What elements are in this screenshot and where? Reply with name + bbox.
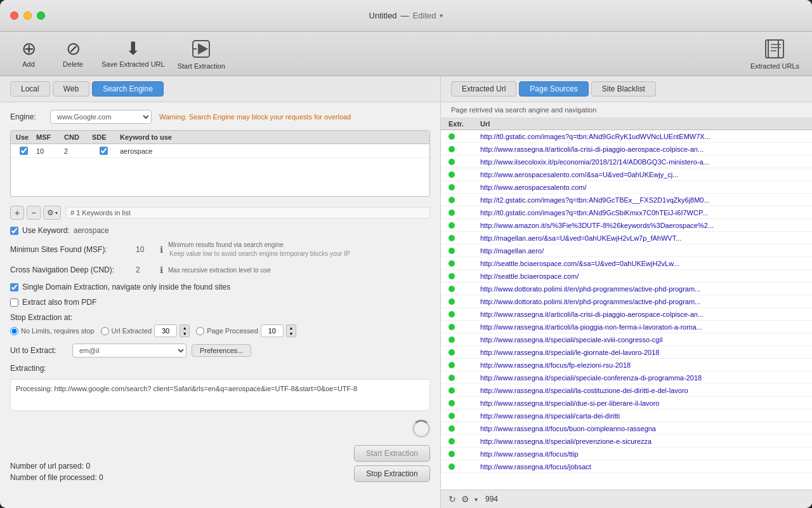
- sde-cell: [89, 147, 117, 155]
- status-dot: [449, 362, 455, 368]
- url-list-row[interactable]: http://www.rassegna.it/speciali/le-giorn…: [441, 346, 812, 359]
- page-processed-input[interactable]: [261, 324, 284, 337]
- url-list-row[interactable]: http://www.dottorato.polimi.it/en/phd-pr…: [441, 283, 812, 295]
- page-processed-stepper[interactable]: ▲ ▼: [286, 324, 296, 337]
- url-list-row[interactable]: http://www.rassegna.it/speciali/speciale…: [441, 371, 812, 384]
- settings-icon[interactable]: ⚙: [461, 494, 469, 504]
- no-limits-radio[interactable]: [10, 327, 18, 335]
- page-processed-down[interactable]: ▼: [287, 331, 296, 337]
- url-list-row[interactable]: http://www.aerospacesalento.com/: [441, 181, 812, 194]
- engine-label: Engine:: [10, 112, 45, 121]
- url-list-row[interactable]: http://www.rassegna.it/articoli/la-crisi…: [441, 308, 812, 321]
- url-text: http://t0.gstatic.com/images?q=tbn:ANd9G…: [480, 133, 804, 140]
- keyword-settings-button[interactable]: ⚙ ▾: [43, 206, 61, 220]
- url-extracted-option: Url Extracted ▲ ▼: [101, 324, 190, 337]
- close-button[interactable]: [10, 11, 18, 20]
- stats-buttons-area: Number of url parsed: 0 Number of file p…: [10, 420, 430, 482]
- url-extracted-input[interactable]: [154, 324, 177, 337]
- cnd-label: Cross Navigation Deep (CND):: [10, 265, 131, 274]
- extract-pdf-label: Extract also from PDF: [22, 298, 96, 307]
- engine-row: Engine: www.Google.com Warning: Search E…: [10, 110, 430, 124]
- save-extracted-url-button[interactable]: ⬇ Save Extracted URL: [102, 40, 165, 68]
- remove-keyword-button[interactable]: −: [27, 206, 41, 220]
- extract-pdf-checkbox[interactable]: [10, 298, 18, 307]
- url-list-row[interactable]: http://www.rassegna.it/focus/fp-elezioni…: [441, 359, 812, 371]
- maximize-button[interactable]: [37, 11, 45, 20]
- url-list-row[interactable]: http://t2.gstatic.com/images?q=tbn:ANd9G…: [441, 194, 812, 206]
- stop-extraction-action-button[interactable]: Stop Extraction: [354, 465, 430, 482]
- url-list-row[interactable]: http://magellan.aero/&sa=U&ved=0ahUKEwjH…: [441, 232, 812, 244]
- url-text: http://www.rassegna.it/articoli/la-crisi…: [480, 311, 804, 318]
- url-to-extract-label: Url to Extract:: [10, 346, 67, 355]
- url-list-row[interactable]: http://www.rassegna.it/speciali/speciale…: [441, 333, 812, 346]
- tab-extracted-url[interactable]: Extracted Url: [451, 81, 516, 97]
- url-list-row[interactable]: http://www.rassegna.it/focus/ttip: [441, 448, 812, 460]
- url-list-row[interactable]: http://magellan.aero/: [441, 244, 812, 257]
- url-list-row[interactable]: http://www.rassegna.it/articoli/la-crisi…: [441, 143, 812, 156]
- minimize-button[interactable]: [23, 11, 32, 20]
- tab-local[interactable]: Local: [10, 81, 50, 97]
- use-keyword-checkbox[interactable]: [10, 227, 18, 235]
- url-list-row[interactable]: http://t0.gstatic.com/images?q=tbn:ANd9G…: [441, 130, 812, 143]
- url-extracted-stepper[interactable]: ▲ ▼: [180, 324, 190, 337]
- status-dot: [449, 171, 455, 178]
- tab-page-sources[interactable]: Page Sources: [519, 81, 588, 97]
- url-to-extract-select[interactable]: em@il: [72, 344, 187, 358]
- traffic-lights: [10, 11, 45, 20]
- url-text: http://t2.gstatic.com/images?q=tbn:ANd9G…: [480, 196, 804, 204]
- delete-label: Delete: [63, 60, 83, 68]
- keywords-toolbar: + − ⚙ ▾ # 1 Keywords in list: [10, 206, 430, 220]
- url-text: http://www.aerospacesalento.com/&sa=U&ve…: [480, 171, 804, 178]
- use-cell: [13, 147, 34, 155]
- sde-checkbox[interactable]: [100, 147, 108, 155]
- url-list-row[interactable]: http://www.rassegna.it/focus/buon-comple…: [441, 422, 812, 435]
- add-keyword-button[interactable]: +: [10, 206, 24, 220]
- msf-info-wrapper: Minimum results found via search engine …: [168, 241, 350, 257]
- url-status: [449, 413, 480, 419]
- extracting-row: Extracting:: [10, 364, 430, 373]
- page-processed-radio[interactable]: [196, 327, 204, 335]
- url-list-row[interactable]: http://www.rassegna.it/speciali/prevenzi…: [441, 435, 812, 448]
- tab-search-engine[interactable]: Search Engine: [92, 81, 164, 97]
- start-extraction-action-button[interactable]: Start Extraction: [354, 445, 430, 462]
- url-extracted-up[interactable]: ▲: [180, 325, 189, 331]
- url-list-row[interactable]: http://www.rassegna.it/speciali/due-si-p…: [441, 397, 812, 410]
- tab-web[interactable]: Web: [53, 81, 89, 97]
- url-extracted-down[interactable]: ▼: [180, 331, 189, 337]
- msf-value: 10: [136, 245, 155, 254]
- preferences-button[interactable]: Preferences...: [192, 344, 251, 357]
- use-checkbox[interactable]: [20, 147, 28, 155]
- url-list-row[interactable]: http://www.amazon.it/s/%3Fie%3DUTF-8%26k…: [441, 219, 812, 232]
- file-processed-stat: Number of file processed: 0: [10, 473, 354, 482]
- url-list-row[interactable]: http://seattle.bciaerospace.com/&sa=U&ve…: [441, 257, 812, 270]
- url-text: http://seattle.bciaerospace.com/&sa=U&ve…: [480, 260, 804, 267]
- url-text: http://seattle.bciaerospace.com/: [480, 272, 804, 280]
- url-list-row[interactable]: http://t0.gstatic.com/images?q=tbn:ANd9G…: [441, 206, 812, 219]
- status-dot: [449, 210, 455, 216]
- engine-select[interactable]: www.Google.com: [50, 110, 152, 124]
- tab-site-blacklist[interactable]: Site Blacklist: [591, 81, 656, 97]
- right-table-body[interactable]: http://t0.gstatic.com/images?q=tbn:ANd9G…: [441, 130, 812, 490]
- start-extraction-button[interactable]: Start Extraction: [178, 38, 225, 70]
- url-list-row[interactable]: http://www.aerospacesalento.com/&sa=U&ve…: [441, 168, 812, 181]
- delete-button[interactable]: ⊘ Delete: [57, 40, 89, 68]
- cnd-info-icon[interactable]: ℹ: [160, 265, 163, 275]
- msf-info-icon[interactable]: ℹ: [160, 244, 163, 255]
- url-list-row[interactable]: http://www.dottorato.polimi.it/en/phd-pr…: [441, 295, 812, 308]
- add-button[interactable]: ⊕ Add: [13, 40, 44, 68]
- url-list-row[interactable]: http://www.rassegna.it/speciali/la-costi…: [441, 384, 812, 397]
- title-chevron[interactable]: ▾: [440, 12, 443, 19]
- url-list-row[interactable]: http://www.rassegna.it/articoli/la-piogg…: [441, 321, 812, 333]
- url-status: [449, 159, 480, 165]
- extracted-urls-button[interactable]: Extracted URLs: [750, 38, 799, 70]
- page-processed-up[interactable]: ▲: [287, 325, 296, 331]
- url-list-row[interactable]: http://www.rassegna.it/speciali/carta-de…: [441, 410, 812, 422]
- status-dot: [449, 400, 455, 406]
- url-list-row[interactable]: http://www.ilsecoloxix.it/p/economia/201…: [441, 156, 812, 168]
- url-list-row[interactable]: http://seattle.bciaerospace.com/: [441, 270, 812, 283]
- dropdown-arrow-icon[interactable]: ▾: [475, 496, 478, 503]
- url-list-row[interactable]: http://www.rassegna.it/focus/jobsact: [441, 460, 812, 473]
- single-domain-checkbox[interactable]: [10, 283, 18, 291]
- url-extracted-radio[interactable]: [101, 327, 109, 335]
- refresh-icon[interactable]: ↻: [449, 494, 456, 504]
